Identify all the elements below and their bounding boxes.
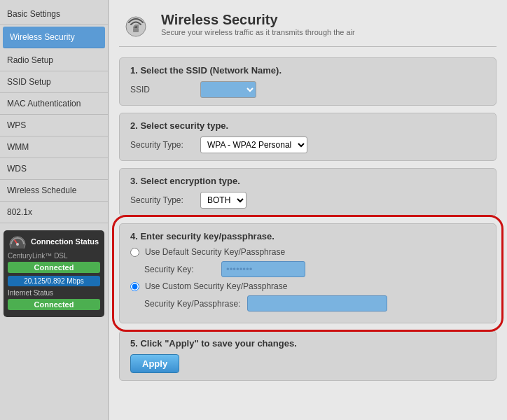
default-key-label: Use Default Security Key/Passphrase [145, 247, 285, 257]
internet-status-label: Internet Status [8, 289, 100, 297]
sidebar-item-radio-setup[interactable]: Radio Setup [0, 50, 108, 71]
sidebar-item-mac-authentication[interactable]: MAC Authentication [0, 93, 108, 115]
sidebar-item-wireless-schedule[interactable]: Wireless Schedule [0, 180, 108, 202]
sidebar: Basic Settings Wireless Security Radio S… [0, 0, 109, 420]
passphrase-input[interactable] [247, 295, 387, 312]
sidebar-item-wireless-security[interactable]: Wireless Security [3, 27, 105, 48]
section-apply: 5. Click "Apply" to save your changes. A… [119, 330, 496, 381]
section-security-key: 4. Enter security key/passphrase. Use De… [119, 223, 496, 323]
speedometer-icon [8, 234, 27, 248]
page-subtitle: Secure your wireless traffic as it trans… [161, 28, 355, 36]
internet-connected-badge: Connected [8, 299, 100, 310]
dsl-connected-badge: Connected [8, 262, 100, 273]
custom-key-row: Use Custom Security Key/Passphrase [130, 281, 485, 291]
wireless-security-icon [119, 7, 153, 41]
encryption-type-label: Security Type: [130, 195, 193, 205]
connection-status-panel: Connection Status CenturyLink™ DSL Conne… [4, 230, 104, 317]
section-apply-title: 5. Click "Apply" to save your changes. [130, 338, 485, 349]
ssid-label: SSID [130, 85, 193, 94]
default-key-row: Use Default Security Key/Passphrase [130, 247, 485, 257]
sidebar-item-wps[interactable]: WPS [0, 115, 108, 136]
section-encryption-type-title: 3. Select encryption type. [130, 176, 485, 186]
section-ssid: 1. Select the SSID (Network Name). SSID [119, 57, 496, 106]
custom-key-label: Use Custom Security Key/Passphrase [145, 281, 287, 291]
apply-button[interactable]: Apply [130, 354, 179, 373]
page-header: Wireless Security Secure your wireless t… [119, 7, 496, 47]
svg-point-1 [16, 243, 19, 246]
section-security-type: 2. Select security type. Security Type: … [119, 113, 496, 161]
security-key-label: Security Key: [144, 265, 214, 274]
ssid-select[interactable] [200, 81, 256, 98]
speed-badge: 20.125/0.892 Mbps [8, 276, 100, 286]
section-security-key-wrapper: 4. Enter security key/passphrase. Use De… [119, 223, 496, 323]
security-key-input[interactable] [221, 261, 305, 277]
connection-status-title: Connection Status [31, 237, 99, 246]
main-content: Wireless Security Secure your wireless t… [109, 0, 507, 420]
passphrase-label: Security Key/Passphrase: [144, 299, 240, 309]
section-security-type-title: 2. Select security type. [130, 120, 485, 131]
encryption-type-select[interactable]: BOTH [200, 192, 246, 209]
sidebar-item-basic-settings[interactable]: Basic Settings [0, 4, 108, 25]
section-security-key-title: 4. Enter security key/passphrase. [130, 231, 485, 241]
default-key-field-row: Security Key: [130, 261, 485, 277]
custom-key-radio[interactable] [130, 282, 139, 291]
sidebar-item-802-1x[interactable]: 802.1x [0, 202, 108, 223]
security-type-select[interactable]: WPA - WPA2 Personal [200, 136, 307, 153]
sidebar-item-wmm[interactable]: WMM [0, 136, 108, 158]
section-encryption-type: 3. Select encryption type. Security Type… [119, 168, 496, 216]
svg-rect-4 [133, 28, 139, 32]
page-title: Wireless Security [161, 12, 355, 28]
security-type-label: Security Type: [130, 140, 193, 150]
passphrase-field-row: Security Key/Passphrase: [130, 295, 485, 312]
default-key-radio[interactable] [130, 248, 139, 257]
sidebar-item-ssid-setup[interactable]: SSID Setup [0, 71, 108, 93]
section-ssid-title: 1. Select the SSID (Network Name). [130, 65, 485, 76]
isp-label: CenturyLink™ DSL [8, 252, 100, 260]
sidebar-item-wds[interactable]: WDS [0, 158, 108, 180]
